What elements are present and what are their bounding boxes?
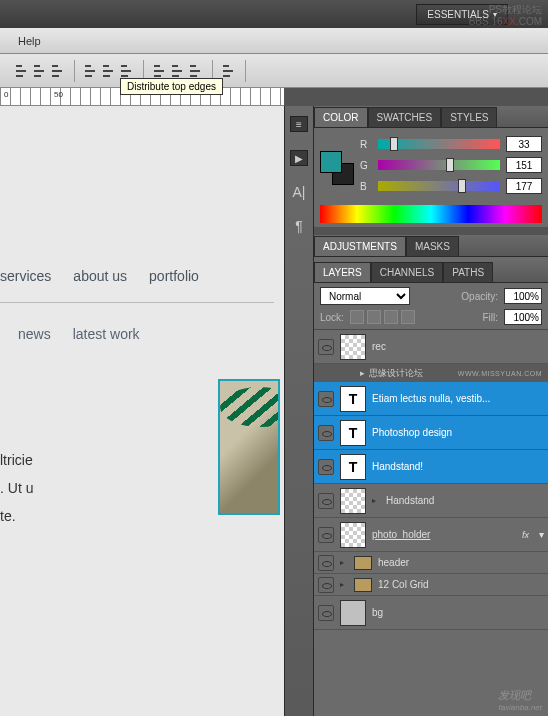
visibility-icon[interactable] (318, 577, 334, 593)
foreground-swatch[interactable] (320, 151, 342, 173)
layer-thumb[interactable] (340, 334, 366, 360)
photo-selection[interactable] (218, 379, 280, 515)
g-slider[interactable] (378, 160, 500, 170)
b-input[interactable] (506, 178, 542, 194)
paragraph-icon[interactable]: ¶ (290, 218, 308, 234)
panel-dock: ≡ ▶ A| ¶ (284, 106, 314, 716)
spectrum-bar[interactable] (320, 205, 542, 223)
text-layer-icon: T (340, 386, 366, 412)
adjustments-tabs: ADJUSTMENTS MASKS (314, 235, 548, 257)
visibility-icon[interactable] (318, 459, 334, 475)
opacity-input[interactable] (504, 288, 542, 304)
auto-align-icon[interactable] (221, 63, 237, 79)
lock-transparency-icon[interactable] (350, 310, 364, 324)
layer-text-2[interactable]: T Photoshop design (314, 416, 548, 450)
nav-links: services about us portfolio (0, 268, 199, 284)
visibility-icon[interactable] (318, 527, 334, 543)
body-text: ltricie . Ut u te. (0, 446, 33, 530)
g-label: G (360, 160, 372, 171)
layer-bg[interactable]: bg (314, 596, 548, 630)
g-input[interactable] (506, 157, 542, 173)
distribute-bottom-icon[interactable] (119, 63, 135, 79)
divider-line (0, 302, 274, 303)
lock-position-icon[interactable] (384, 310, 398, 324)
watermark-top: PS教程论坛 BBS.16XX.COM (469, 4, 542, 28)
menu-help[interactable]: Help (10, 33, 49, 49)
folder-icon (354, 556, 372, 570)
color-panel: R G B (314, 128, 548, 227)
lock-all-icon[interactable] (401, 310, 415, 324)
tab-paths[interactable]: PATHS (443, 262, 493, 282)
text-layer-icon: T (340, 420, 366, 446)
tab-masks[interactable]: MASKS (406, 236, 459, 256)
b-slider[interactable] (378, 181, 500, 191)
b-label: B (360, 181, 372, 192)
watermark-bottom: 发现吧 faxianba.net (498, 688, 542, 712)
visibility-icon[interactable] (318, 339, 334, 355)
align-vcenter-icon[interactable] (32, 63, 48, 79)
lock-pixels-icon[interactable] (367, 310, 381, 324)
dock-icon-2[interactable]: ▶ (290, 150, 308, 166)
panels-column: COLOR SWATCHES STYLES R G (314, 106, 548, 716)
opacity-label: Opacity: (461, 291, 498, 302)
character-icon[interactable]: A| (290, 184, 308, 200)
color-swatches[interactable] (320, 151, 354, 185)
layer-thumb[interactable] (340, 522, 366, 548)
folder-icon (354, 578, 372, 592)
layer-text-3[interactable]: T Handstand! (314, 450, 548, 484)
fx-badge[interactable]: fx (518, 530, 533, 540)
text-layer-icon: T (340, 454, 366, 480)
canvas-area[interactable]: services about us portfolio news latest … (0, 106, 284, 716)
layers-list: rec ▸ 思缘设计论坛 WWW.MISSYUAN.COM T Etiam le… (314, 330, 548, 716)
tab-adjustments[interactable]: ADJUSTMENTS (314, 236, 406, 256)
layer-handstand[interactable]: ▸ Handstand (314, 484, 548, 518)
tab-channels[interactable]: CHANNELS (371, 262, 443, 282)
visibility-icon[interactable] (318, 391, 334, 407)
lock-label: Lock: (320, 312, 344, 323)
sub-latest[interactable]: latest work (73, 326, 140, 342)
align-top-icon[interactable] (14, 63, 30, 79)
layers-tabs: LAYERS CHANNELS PATHS (314, 261, 548, 283)
tooltip: Distribute top edges (120, 78, 223, 95)
options-bar: Distribute top edges (0, 54, 548, 88)
tab-swatches[interactable]: SWATCHES (368, 107, 442, 127)
sub-news[interactable]: news (18, 326, 51, 342)
layer-thumb[interactable] (340, 488, 366, 514)
distribute-left-icon[interactable] (152, 63, 168, 79)
layer-thumb[interactable] (340, 600, 366, 626)
visibility-icon[interactable] (318, 493, 334, 509)
layer-photo-holder[interactable]: photo_holder fx ▾ (314, 518, 548, 552)
visibility-icon[interactable] (318, 555, 334, 571)
layer-text-1[interactable]: T Etiam lectus nulla, vestib... (314, 382, 548, 416)
fill-input[interactable] (504, 309, 542, 325)
fill-label: Fill: (482, 312, 498, 323)
distribute-hcenter-icon[interactable] (170, 63, 186, 79)
visibility-icon[interactable] (318, 605, 334, 621)
workspace-bar: ESSENTIALS (0, 0, 548, 28)
blend-mode-select[interactable]: Normal (320, 287, 410, 305)
tab-color[interactable]: COLOR (314, 107, 368, 127)
distribute-right-icon[interactable] (188, 63, 204, 79)
nav-about[interactable]: about us (73, 268, 127, 284)
nav-services[interactable]: services (0, 268, 51, 284)
tab-layers[interactable]: LAYERS (314, 262, 371, 282)
visibility-icon[interactable] (318, 425, 334, 441)
distribute-vcenter-icon[interactable] (101, 63, 117, 79)
r-input[interactable] (506, 136, 542, 152)
menu-bar: Help (0, 28, 548, 54)
r-slider[interactable] (378, 139, 500, 149)
tab-styles[interactable]: STYLES (441, 107, 497, 127)
layer-rec[interactable]: rec (314, 330, 548, 364)
nav-portfolio[interactable]: portfolio (149, 268, 199, 284)
layer-group-header[interactable]: ▸ header (314, 552, 548, 574)
layer-divider[interactable]: ▸ 思缘设计论坛 WWW.MISSYUAN.COM (314, 364, 548, 382)
dock-icon-1[interactable]: ≡ (290, 116, 308, 132)
distribute-top-icon[interactable] (83, 63, 99, 79)
color-panel-tabs: COLOR SWATCHES STYLES (314, 106, 548, 128)
r-label: R (360, 139, 372, 150)
layers-panel: Normal Opacity: Lock: Fill: (314, 283, 548, 716)
layer-group-grid[interactable]: ▸ 12 Col Grid (314, 574, 548, 596)
sub-links: news latest work (18, 326, 140, 342)
align-bottom-icon[interactable] (50, 63, 66, 79)
